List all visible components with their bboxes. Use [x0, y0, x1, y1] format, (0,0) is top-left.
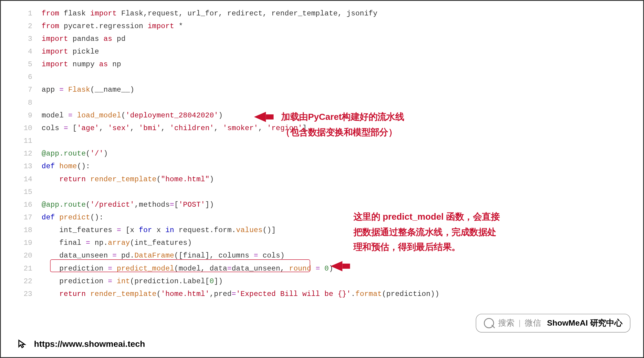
- line-number: 21: [11, 264, 41, 272]
- code-content: app = Flask(__name__): [42, 86, 135, 94]
- line-number: 13: [11, 162, 41, 170]
- line-number: 5: [11, 60, 41, 68]
- code-line: 12@app.route('/'): [11, 147, 633, 160]
- code-content: import pandas as pd: [42, 35, 126, 43]
- annotation-text: 这里的 predict_model 函数，会直接: [353, 209, 500, 224]
- brand-name: ShowMeAI 研究中心: [547, 318, 622, 329]
- code-line: 19 final = np.array(int_features): [11, 236, 633, 249]
- code-content: int_features = [x for x in request.form.…: [42, 226, 276, 234]
- line-number: 12: [11, 149, 41, 158]
- code-line: 8: [11, 96, 633, 109]
- code-line: 5import numpy as np: [11, 58, 633, 71]
- code-line: 17def predict():: [11, 211, 633, 224]
- line-number: 10: [11, 124, 41, 132]
- code-content: final = np.array(int_features): [42, 239, 192, 247]
- code-block: 1from flask import Flask,request, url_fo…: [11, 7, 633, 300]
- line-number: 2: [11, 22, 41, 30]
- line-number: 22: [11, 277, 41, 285]
- line-number: 3: [11, 35, 41, 43]
- annotation-text: 加载由PyCaret构建好的流水线: [281, 109, 404, 124]
- code-content: prediction = int(prediction.Label[0]): [42, 277, 223, 285]
- code-line: 20 data_unseen = pd.DataFrame([final], c…: [11, 249, 633, 262]
- code-line: 15: [11, 186, 633, 198]
- code-content: return render_template('home.html',pred=…: [42, 290, 439, 298]
- code-line: 4import pickle: [11, 45, 633, 58]
- code-line: 13def home():: [11, 160, 633, 172]
- code-line: 18 int_features = [x for x in request.fo…: [11, 224, 633, 236]
- code-content: return render_template("home.html"): [42, 175, 214, 183]
- code-line: 2from pycaret.regression import *: [11, 20, 633, 32]
- footer-url: https://www.showmeai.tech: [34, 339, 145, 349]
- footer: https://www.showmeai.tech: [17, 338, 145, 350]
- code-line: 14 return render_template("home.html"): [11, 172, 633, 185]
- line-number: 17: [11, 213, 41, 222]
- line-number: 11: [11, 137, 41, 145]
- code-content: from pycaret.regression import *: [42, 22, 183, 30]
- line-number: 7: [11, 86, 41, 94]
- line-number: 8: [11, 98, 41, 107]
- cursor-icon: [17, 338, 28, 350]
- code-content: def predict():: [42, 213, 104, 222]
- divider: |: [519, 318, 521, 328]
- search-icon: [484, 318, 494, 328]
- code-content: @app.route('/'): [42, 149, 108, 158]
- annotation-text: 把数据通过整条流水线，完成数据处: [353, 224, 500, 239]
- code-line: 6: [11, 71, 633, 83]
- code-line: 7app = Flask(__name__): [11, 83, 633, 96]
- code-content: data_unseen = pd.DataFrame([final], colu…: [42, 251, 285, 260]
- line-number: 4: [11, 48, 41, 56]
- arrow-left-icon: [330, 261, 342, 271]
- search-badge: 搜索 | 微信 ShowMeAI 研究中心: [476, 314, 630, 333]
- code-line: 22 prediction = int(prediction.Label[0]): [11, 275, 633, 287]
- line-number: 16: [11, 200, 41, 209]
- sub-label: 微信: [525, 318, 541, 329]
- code-content: import numpy as np: [42, 60, 121, 68]
- code-line: 23 return render_template('home.html',pr…: [11, 287, 633, 300]
- code-content: @app.route('/predict',methods=['POST']): [42, 200, 214, 209]
- code-content: def home():: [42, 162, 90, 170]
- code-content: model = load_model('deployment_28042020'…: [42, 111, 223, 119]
- code-content: import pickle: [42, 48, 99, 56]
- line-number: 6: [11, 73, 41, 81]
- arrow-left-icon: [254, 112, 266, 122]
- annotation-text: （包含数据变换和模型部分）: [281, 124, 404, 140]
- code-line: 16@app.route('/predict',methods=['POST']…: [11, 198, 633, 211]
- code-content: cols = ['age', 'sex', 'bmi', 'children',…: [42, 124, 307, 132]
- page-frame: 1from flask import Flask,request, url_fo…: [0, 0, 644, 358]
- code-content: prediction = predict_model(model, data=d…: [42, 264, 334, 272]
- annotation-text: 理和预估，得到最后结果。: [353, 240, 500, 255]
- line-number: 18: [11, 226, 41, 234]
- line-number: 23: [11, 290, 41, 298]
- line-number: 19: [11, 239, 41, 247]
- code-line: 21 prediction = predict_model(model, dat…: [11, 262, 633, 274]
- search-label: 搜索: [498, 318, 514, 329]
- code-content: from flask import Flask,request, url_for…: [42, 9, 378, 17]
- line-number: 14: [11, 175, 41, 183]
- line-number: 15: [11, 188, 41, 196]
- line-number: 1: [11, 9, 41, 17]
- line-number: 20: [11, 251, 41, 260]
- annotation-load-model: 加载由PyCaret构建好的流水线 （包含数据变换和模型部分）: [281, 109, 404, 140]
- code-line: 3import pandas as pd: [11, 32, 633, 45]
- code-line: 1from flask import Flask,request, url_fo…: [11, 7, 633, 19]
- annotation-predict-model: 这里的 predict_model 函数，会直接 把数据通过整条流水线，完成数据…: [353, 209, 500, 255]
- line-number: 9: [11, 111, 41, 119]
